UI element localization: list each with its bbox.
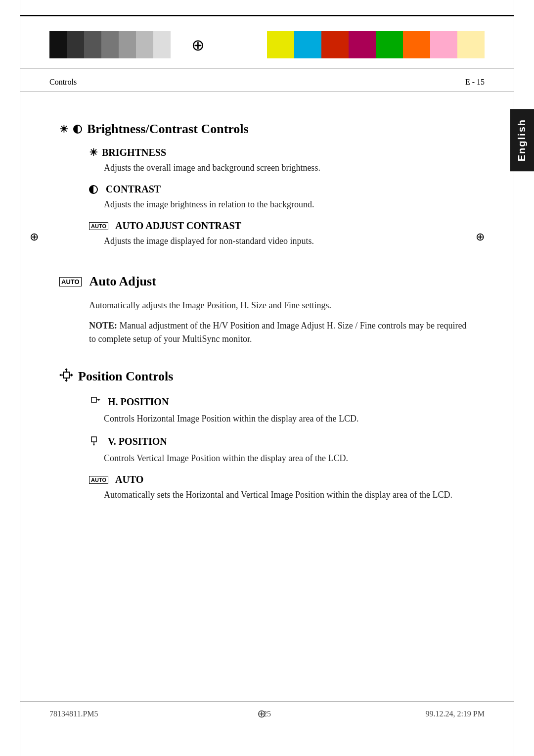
svg-marker-11 (98, 399, 100, 401)
footer-center-page: 25 (263, 709, 271, 718)
header-row: Controls E - 15 (20, 69, 514, 92)
footer: 78134811.PM5 ⊕ 25 99.12.24, 2:19 PM (20, 701, 514, 726)
auto-adjust-note: NOTE: Manual adjustment of the H/V Posit… (89, 319, 475, 346)
color-orange (403, 31, 430, 58)
h-position-subtitle: H. POSITION (89, 395, 475, 409)
contrast-section-icon (73, 125, 82, 134)
auto-adjust-contrast-badge: AUTO (89, 222, 108, 230)
svg-marker-2 (65, 368, 68, 370)
header-page-label: E - 15 (465, 78, 485, 87)
v-position-text: Controls Vertical Image Position within … (104, 452, 475, 465)
gray-block-4 (101, 31, 119, 58)
contrast-subsection: CONTRAST Adjusts the image brightness in… (89, 184, 475, 211)
svg-rect-12 (91, 437, 96, 442)
v-position-subsection: V. POSITION Controls Vertical Image Posi… (89, 434, 475, 465)
svg-marker-4 (65, 380, 68, 382)
v-position-subtitle: V. POSITION (89, 434, 475, 449)
auto-adjust-contrast-text: Adjusts the image displayed for non-stan… (104, 235, 475, 248)
color-lightyellow (457, 31, 485, 58)
auto-adjust-title: AUTO Auto Adjust (59, 274, 475, 289)
color-magenta (349, 31, 376, 58)
center-crosshair-icon: ⊕ (185, 31, 210, 58)
brightness-section-icon: ☀ (59, 123, 68, 135)
position-controls-title: Position Controls (59, 368, 475, 385)
svg-marker-14 (93, 444, 95, 446)
color-yellow (267, 31, 294, 58)
svg-rect-0 (63, 372, 69, 378)
brightness-text: Adjusts the overall image and background… (104, 161, 475, 175)
auto-adjust-text: Automatically adjusts the Image Position… (89, 299, 475, 312)
brightness-subsection: ☀ BRIGHTNESS Adjusts the overall image a… (89, 146, 475, 175)
note-bold-label: NOTE: (89, 321, 117, 331)
h-position-subsection: H. POSITION Controls Horizontal Image Po… (89, 395, 475, 425)
note-text: Manual adjustment of the H/V Position an… (89, 321, 467, 344)
svg-marker-8 (71, 374, 73, 377)
contrast-text: Adjusts the image brightness in relation… (104, 198, 475, 211)
color-blocks (267, 31, 485, 58)
gray-block-7 (153, 31, 171, 58)
auto-position-badge: AUTO (89, 476, 108, 484)
contrast-icon (89, 185, 98, 194)
position-icon (59, 368, 73, 385)
color-red (321, 31, 349, 58)
auto-adjust-section: AUTO Auto Adjust Automatically adjusts t… (59, 274, 475, 346)
brightness-subtitle: ☀ BRIGHTNESS (89, 146, 475, 158)
auto-adjust-badge: AUTO (59, 277, 82, 286)
gray-block-2 (67, 31, 84, 58)
color-green (376, 31, 403, 58)
svg-marker-6 (59, 374, 61, 377)
auto-position-text: Automatically sets the Horizontal and Ve… (104, 488, 475, 502)
color-bar: ⊕ (20, 15, 514, 69)
contrast-subtitle: CONTRAST (89, 184, 475, 195)
h-position-icon (89, 395, 101, 409)
h-position-text: Controls Horizontal Image Position withi… (104, 412, 475, 425)
auto-adjust-contrast-subsection: AUTO AUTO ADJUST CONTRAST Adjusts the im… (89, 220, 475, 248)
gray-block-6 (136, 31, 153, 58)
footer-right: 99.12.24, 2:19 PM (425, 709, 485, 718)
color-pink (430, 31, 457, 58)
gray-block-3 (84, 31, 101, 58)
auto-adjust-contrast-subtitle: AUTO AUTO ADJUST CONTRAST (89, 220, 475, 232)
left-crosshair-icon: ⊕ (30, 231, 39, 243)
gray-blocks (49, 31, 171, 58)
auto-position-subsection: AUTO AUTO Automatically sets the Horizon… (89, 474, 475, 502)
auto-position-subtitle: AUTO AUTO (89, 474, 475, 485)
gray-block-5 (119, 31, 136, 58)
footer-left: 78134811.PM5 (49, 709, 98, 718)
main-content: ⊕ ⊕ ☀ Brightness/Contrast Controls ☀ BRI… (20, 92, 514, 525)
brightness-contrast-section: ☀ Brightness/Contrast Controls ☀ BRIGHTN… (59, 122, 475, 248)
color-cyan (294, 31, 321, 58)
svg-rect-9 (91, 397, 96, 402)
brightness-icon: ☀ (89, 146, 98, 158)
position-controls-section: Position Controls H. POSITION Controls H… (59, 368, 475, 502)
right-crosshair-icon: ⊕ (476, 231, 485, 243)
v-position-icon (89, 434, 101, 449)
header-controls-label: Controls (49, 78, 77, 87)
brightness-contrast-title: ☀ Brightness/Contrast Controls (59, 122, 475, 137)
gray-block-1 (49, 31, 67, 58)
